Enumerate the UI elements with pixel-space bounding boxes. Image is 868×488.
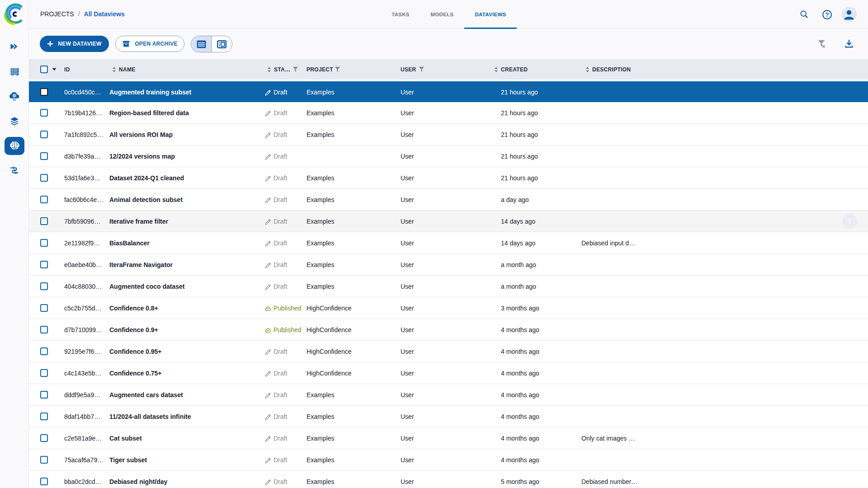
svg-text:?: ? <box>826 11 829 18</box>
